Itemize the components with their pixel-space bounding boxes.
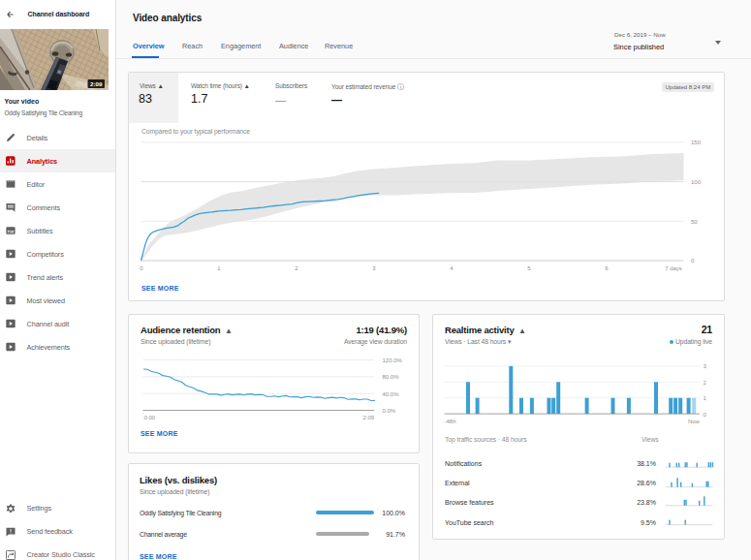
- svg-text:-48h: -48h: [445, 419, 456, 424]
- svg-text:Now: Now: [688, 419, 701, 424]
- svg-text:2:09: 2:09: [363, 415, 375, 420]
- svg-text:150: 150: [691, 140, 702, 145]
- svg-text:2:09: 2:09: [90, 80, 103, 87]
- svg-text:6: 6: [605, 265, 609, 271]
- svg-text:5: 5: [527, 265, 531, 271]
- svg-text:0: 0: [140, 265, 143, 271]
- svg-text:0:00: 0:00: [143, 415, 155, 420]
- svg-text:1: 1: [704, 395, 707, 401]
- svg-text:120.0%: 120.0%: [383, 358, 403, 363]
- svg-text:1: 1: [217, 265, 221, 271]
- svg-text:40.0%: 40.0%: [383, 391, 400, 397]
- svg-text:2: 2: [295, 265, 298, 271]
- svg-text:0: 0: [691, 258, 695, 264]
- svg-text:7 days: 7 days: [665, 265, 682, 271]
- svg-text:50: 50: [691, 219, 698, 225]
- svg-text:0.0%: 0.0%: [383, 408, 396, 414]
- svg-text:0: 0: [704, 412, 707, 418]
- svg-text:100: 100: [691, 179, 702, 185]
- svg-text:3: 3: [704, 363, 707, 369]
- svg-text:2: 2: [704, 380, 707, 386]
- svg-text:4: 4: [450, 265, 454, 271]
- svg-text:80.0%: 80.0%: [383, 374, 400, 380]
- svg-text:3: 3: [372, 265, 376, 271]
